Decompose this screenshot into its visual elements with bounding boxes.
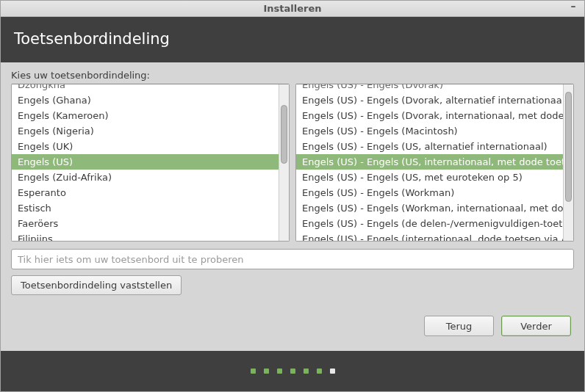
nav-buttons: Terug Verder bbox=[11, 316, 574, 336]
content-area: Kies uw toetsenbordindeling: DzongkhaEng… bbox=[1, 62, 584, 351]
progress-dot bbox=[304, 369, 309, 374]
list-item[interactable]: Engels (US) - Engels (internationaal, do… bbox=[296, 231, 563, 241]
scrollbar-thumb[interactable] bbox=[565, 92, 572, 202]
page-header: Toetsenbordindeling bbox=[1, 17, 584, 62]
list-item[interactable]: Engels (US) - Engels (Macintosh) bbox=[296, 123, 563, 139]
language-list-pane: DzongkhaEngels (Ghana)Engels (Kameroen)E… bbox=[11, 84, 290, 242]
variant-list[interactable]: Engels (US) - Engels (Dvorak)Engels (US)… bbox=[296, 84, 563, 241]
variant-list-pane: Engels (US) - Engels (Dvorak)Engels (US)… bbox=[295, 84, 574, 242]
list-item[interactable]: Estisch bbox=[12, 200, 279, 216]
layout-lists: DzongkhaEngels (Ghana)Engels (Kameroen)E… bbox=[11, 84, 574, 242]
progress-dot bbox=[290, 369, 295, 374]
list-item[interactable]: Engels (US) - Engels (US, met euroteken … bbox=[296, 170, 563, 185]
list-item[interactable]: Dzongkha bbox=[12, 84, 279, 92]
list-item[interactable]: Engels (US) - Engels (de delen-/vermenig… bbox=[296, 216, 563, 231]
progress-dot bbox=[251, 369, 256, 374]
list-item[interactable]: Engels (US) - Engels (Workman, internati… bbox=[296, 200, 563, 216]
progress-footer bbox=[1, 351, 584, 391]
list-item[interactable]: Engels (Zuid-Afrika) bbox=[12, 170, 279, 185]
progress-dot bbox=[264, 369, 269, 374]
detect-layout-button[interactable]: Toetsenbordindeling vaststellen bbox=[11, 275, 182, 295]
scrollbar-left[interactable] bbox=[279, 84, 289, 241]
page-title: Toetsenbordindeling bbox=[14, 30, 170, 48]
list-item[interactable]: Engels (US) - Engels (Dvorak, internatio… bbox=[296, 108, 563, 123]
progress-dot bbox=[317, 369, 322, 374]
progress-dot bbox=[330, 369, 335, 374]
list-item[interactable]: Engels (UK) bbox=[12, 139, 279, 154]
installer-window: Installeren – Toetsenbordindeling Kies u… bbox=[0, 0, 585, 392]
list-item[interactable]: Engels (Kameroen) bbox=[12, 108, 279, 123]
scrollbar-right[interactable] bbox=[563, 84, 573, 241]
window-title: Installeren bbox=[263, 3, 321, 14]
choose-layout-label: Kies uw toetsenbordindeling: bbox=[11, 70, 574, 81]
list-item[interactable]: Engels (Ghana) bbox=[12, 92, 279, 108]
minimize-icon[interactable]: – bbox=[568, 2, 578, 12]
language-list[interactable]: DzongkhaEngels (Ghana)Engels (Kameroen)E… bbox=[12, 84, 279, 241]
list-item[interactable]: Engels (US) - Engels (US, alternatief in… bbox=[296, 139, 563, 154]
scrollbar-thumb[interactable] bbox=[281, 105, 287, 164]
list-item[interactable]: Filipijns bbox=[12, 231, 279, 241]
list-item[interactable]: Engels (US) - Engels (Workman) bbox=[296, 185, 563, 200]
list-item[interactable]: Esperanto bbox=[12, 185, 279, 200]
list-item[interactable]: Engels (US) - Engels (Dvorak, alternatie… bbox=[296, 92, 563, 108]
list-item[interactable]: Engels (US) - Engels (Dvorak) bbox=[296, 84, 563, 92]
list-item[interactable]: Engels (US) bbox=[12, 154, 279, 170]
forward-button[interactable]: Verder bbox=[501, 316, 571, 336]
try-keyboard-input[interactable] bbox=[11, 249, 574, 269]
back-button[interactable]: Terug bbox=[424, 316, 494, 336]
progress-dot bbox=[277, 369, 282, 374]
titlebar[interactable]: Installeren – bbox=[1, 1, 584, 17]
list-item[interactable]: Engels (US) - Engels (US, internationaal… bbox=[296, 154, 563, 170]
list-item[interactable]: Engels (Nigeria) bbox=[12, 123, 279, 139]
list-item[interactable]: Faeröers bbox=[12, 216, 279, 231]
